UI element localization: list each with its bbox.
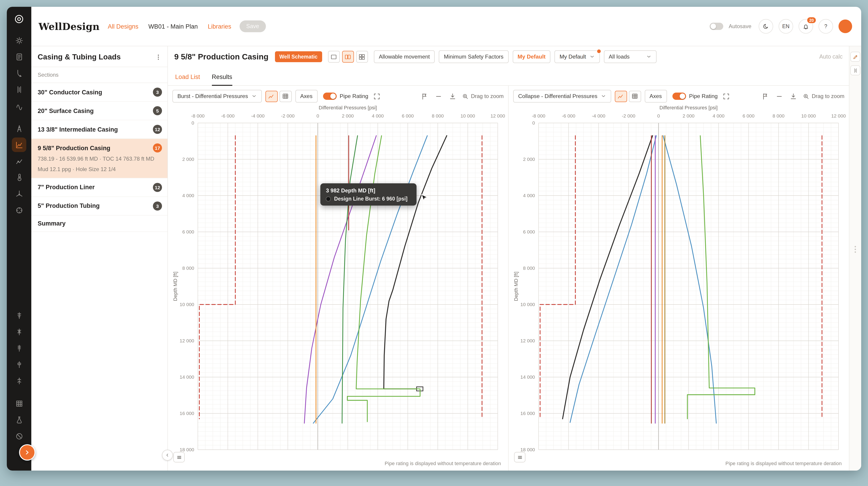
table-view-button[interactable] (629, 91, 641, 102)
line-view-button[interactable] (265, 91, 277, 102)
panel-menu-kebab-icon[interactable] (155, 53, 162, 61)
series-color-dot (326, 196, 331, 202)
view-3d-icon[interactable] (12, 186, 26, 201)
app-window: WellDesign All DesignsWB01 - Main PlanLi… (7, 7, 861, 470)
download-icon[interactable] (788, 91, 798, 101)
fullscreen-icon[interactable] (721, 91, 731, 101)
fullscreen-icon[interactable] (372, 91, 381, 101)
avatar[interactable] (838, 20, 852, 33)
sidebar-item-5-production-tubing[interactable]: 5" Production Tubing3 (31, 197, 167, 215)
casing-loads-icon[interactable] (12, 138, 26, 152)
wellhead-4-icon[interactable] (12, 357, 26, 372)
my-default-button[interactable]: My Default (513, 50, 550, 63)
documents-icon[interactable] (12, 50, 26, 64)
view-toggle-group (615, 91, 641, 102)
pipe-rating-toggle[interactable]: Pipe Rating (323, 93, 368, 100)
drag-to-zoom-hint[interactable]: Drag to zoom (462, 93, 504, 100)
layout-single-button[interactable] (328, 51, 340, 63)
sidebar-item-9-5-8-production-casing[interactable]: 9 5/8" Production Casing17738.19 - 16 53… (31, 139, 167, 178)
svg-text:16 000: 16 000 (520, 411, 535, 416)
chart-menu-button[interactable] (514, 452, 525, 462)
auto-calc-label[interactable]: Auto calc (819, 54, 843, 60)
trajectory-icon[interactable] (12, 66, 26, 80)
svg-text:6 000: 6 000 (523, 229, 535, 234)
well-schematic-button[interactable]: Well Schematic (275, 51, 322, 62)
section-details: 738.19 - 16 539.96 ft MD · TOC 14 763.78… (38, 155, 162, 163)
autosave-label: Autosave (729, 23, 751, 30)
sidebar-item-13-3-8-intermediate-casing[interactable]: 13 3/8" Intermediate Casing12 (31, 120, 167, 139)
layout-split-button[interactable] (342, 51, 354, 63)
notifications-bell-icon[interactable]: 20 (799, 19, 813, 34)
pipe-rating-label: Pipe Rating (689, 93, 718, 99)
table-view-button[interactable] (279, 91, 291, 102)
svg-text:0: 0 (532, 120, 535, 125)
burst-chart-area[interactable]: -8 000-6 000-4 000-2 00002 0004 0006 000… (168, 103, 508, 470)
layers-icon[interactable] (850, 65, 860, 75)
collapse-chart-area[interactable]: -8 000-6 000-4 000-2 00002 0004 0006 000… (509, 103, 849, 470)
language-button[interactable]: EN (779, 19, 793, 34)
wellhead-2-icon[interactable] (12, 325, 26, 339)
collapse-chart-toolbar: Collapse - Differential Pressures Axes P… (509, 86, 849, 103)
tab-results[interactable]: Results (212, 73, 232, 85)
lab-icon[interactable] (12, 413, 26, 427)
chart-menu-button[interactable] (173, 452, 185, 462)
rig-icon[interactable] (12, 121, 26, 136)
axes-button[interactable]: Axes (295, 90, 317, 102)
save-button[interactable]: Save (239, 21, 266, 32)
svg-text:8 000: 8 000 (523, 266, 535, 271)
trends-icon[interactable] (12, 154, 26, 169)
nav-libraries[interactable]: Libraries (208, 23, 231, 30)
minus-icon[interactable] (775, 91, 784, 101)
tab-load-list[interactable]: Load List (175, 73, 200, 85)
settings-icon[interactable] (12, 33, 26, 48)
app-icon-rail (7, 7, 31, 470)
min-safety-factors-button[interactable]: Minimum Safety Factors (439, 50, 509, 63)
pipe-rating-label: Pipe Rating (340, 93, 368, 99)
series-selector-dropdown[interactable]: Burst - Differential Pressures (173, 90, 261, 102)
sidebar-item-30-conductor-casing[interactable]: 30" Conductor Casing3 (31, 83, 167, 102)
line-view-button[interactable] (615, 91, 627, 102)
collapse-panel-button[interactable] (162, 450, 173, 461)
wellhead-3-icon[interactable] (12, 341, 26, 355)
svg-text:2 000: 2 000 (182, 157, 194, 162)
restricted-icon[interactable] (12, 429, 26, 443)
design-default-dropdown[interactable]: My Default (555, 50, 600, 63)
survey-icon[interactable] (12, 98, 26, 113)
sidebar-item-20-surface-casing[interactable]: 20" Surface Casing5 (31, 102, 167, 120)
burst-plot[interactable]: -8 000-6 000-4 000-2 00002 0004 0006 000… (171, 103, 505, 461)
materials-icon[interactable] (12, 396, 26, 411)
page-header: 9 5/8" Production Casing Well Schematic … (168, 46, 849, 67)
autosave-toggle[interactable] (710, 23, 723, 30)
temperature-icon[interactable] (12, 170, 26, 185)
axes-button[interactable]: Axes (645, 90, 667, 102)
download-icon[interactable] (448, 91, 457, 101)
loads-filter-dropdown[interactable]: All loads (604, 50, 656, 63)
allowable-movement-button[interactable]: Allowable movement (374, 50, 435, 63)
svg-text:0: 0 (316, 113, 319, 118)
annotation-flag-icon[interactable] (420, 91, 429, 101)
app-logo-icon[interactable] (12, 12, 26, 26)
minus-icon[interactable] (434, 91, 443, 101)
svg-text:10 000: 10 000 (460, 113, 475, 118)
tubulars-icon[interactable] (12, 82, 26, 97)
sidebar-item-summary[interactable]: Summary (31, 215, 167, 232)
resize-grip[interactable] (855, 246, 856, 253)
wellhead-1-icon[interactable] (12, 308, 26, 323)
expand-rail-button[interactable] (19, 444, 35, 461)
layout-grid-button[interactable] (356, 51, 368, 63)
dark-mode-icon[interactable] (758, 19, 773, 34)
nav-all-designs[interactable]: All Designs (108, 23, 138, 30)
collapse-plot[interactable]: -8 000-6 000-4 000-2 00002 0004 0006 000… (512, 103, 845, 461)
edit-pencil-icon[interactable] (850, 52, 860, 62)
help-button[interactable]: ? (818, 19, 833, 34)
chart-footnote: Pipe rating is displayed without tempera… (725, 461, 842, 466)
svg-text:10 000: 10 000 (180, 302, 194, 307)
drag-to-zoom-hint[interactable]: Drag to zoom (803, 93, 844, 100)
sidebar-item-7-production-liner[interactable]: 7" Production Liner12 (31, 178, 167, 197)
wellhead-5-icon[interactable] (12, 373, 26, 388)
pipe-rating-toggle[interactable]: Pipe Rating (672, 93, 718, 100)
nav-wb01-main-plan[interactable]: WB01 - Main Plan (148, 23, 198, 30)
annotation-flag-icon[interactable] (761, 91, 770, 101)
series-selector-dropdown[interactable]: Collapse - Differential Pressures (513, 90, 611, 102)
calibration-icon[interactable] (12, 203, 26, 217)
